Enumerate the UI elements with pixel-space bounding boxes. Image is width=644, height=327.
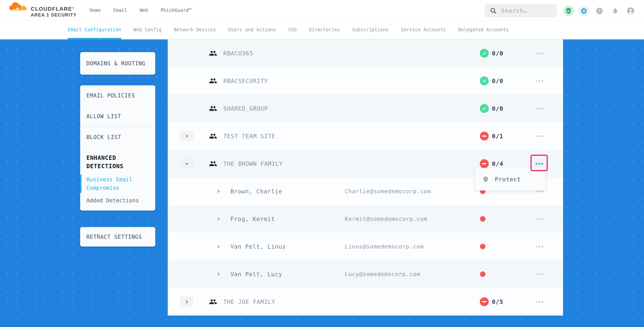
- row-menu-button[interactable]: [534, 131, 545, 142]
- table-row: TEST TEAM SITE 0/1: [168, 122, 563, 150]
- menu-item-protect[interactable]: Protect: [475, 168, 546, 190]
- status-unprotected-badge: [480, 159, 489, 168]
- nav-web[interactable]: Web: [140, 7, 148, 13]
- account-button[interactable]: [625, 5, 636, 16]
- page: CLOUDFLARE® AREA 1 SECURITY Home Email W…: [0, 0, 644, 327]
- member-email: Lucy@somedemocorp.com: [345, 271, 420, 278]
- tab-directories[interactable]: Directories: [309, 27, 340, 39]
- group-name: THE JOE FAMILY: [223, 299, 275, 305]
- search-icon: [490, 7, 497, 14]
- status-protected-badge: [480, 76, 489, 85]
- sidebar-card-retract: RETRACT SETTINGS: [80, 227, 155, 247]
- tab-email-configuration[interactable]: Email Configuration: [68, 27, 121, 39]
- brand-name: CLOUDFLARE®: [31, 6, 74, 12]
- row-context-menu: Protect: [474, 168, 546, 191]
- expand-button[interactable]: [180, 297, 194, 307]
- row-menu-button-active[interactable]: [534, 158, 545, 169]
- svg-text:?: ?: [598, 9, 601, 13]
- avatar-icon: [627, 7, 634, 15]
- top-nav: Home Email Web PhishGuard™: [90, 0, 192, 20]
- tab-sso[interactable]: SSO: [288, 27, 296, 39]
- group-icon: [209, 298, 217, 306]
- row-menu-button[interactable]: [534, 214, 545, 224]
- row-menu-button[interactable]: [534, 296, 545, 307]
- table-row: THE JOE FAMILY 0/5: [168, 288, 563, 316]
- member-name: Van Pelt, Linus: [230, 243, 286, 250]
- menu-item-label: Protect: [495, 176, 521, 183]
- group-name: TEST TEAM SITE: [223, 133, 275, 140]
- cloudflare-logo-icon: [9, 1, 28, 13]
- group-name: RBACSECURITY: [223, 78, 268, 84]
- expand-button[interactable]: [180, 131, 194, 141]
- group-name: RBACO365: [223, 50, 253, 57]
- group-icon: [209, 160, 217, 168]
- status-flag-dot: [480, 271, 486, 277]
- nav-phishguard[interactable]: PhishGuard™: [160, 7, 192, 13]
- protection-count: 0/0: [492, 105, 503, 112]
- sidebar-item-email-policies[interactable]: EMAIL POLICIES: [80, 85, 155, 106]
- row-menu-button[interactable]: [534, 103, 545, 114]
- status-protected-badge: [480, 104, 489, 113]
- protection-count: 0/4: [492, 160, 503, 167]
- tab-web-config[interactable]: Web Config: [134, 27, 162, 39]
- tab-subscriptions[interactable]: Subscriptions: [352, 27, 389, 39]
- top-bar: CLOUDFLARE® AREA 1 SECURITY Home Email W…: [0, 0, 644, 20]
- status-unprotected-badge: [480, 297, 489, 306]
- group-name: THE BROWN FAMILY: [223, 160, 283, 167]
- sidebar-item-enhanced-detections[interactable]: ENHANCED DETECTIONS: [86, 154, 147, 170]
- row-menu-button[interactable]: [534, 241, 545, 252]
- sidebar-item-added-detections[interactable]: Added Detections: [86, 196, 150, 205]
- member-name: Brown, Charlie: [230, 188, 282, 195]
- protection-count: 0/0: [492, 50, 503, 57]
- bell-icon: [612, 7, 619, 14]
- sidebar-section-enhanced-detections: ENHANCED DETECTIONS Business Email Compr…: [80, 148, 155, 211]
- sidebar-item-allow-list[interactable]: ALLOW LIST: [80, 106, 155, 127]
- registered-mark: ®: [72, 6, 74, 9]
- sidebar-card-domains: DOMAINS & ROUTING: [80, 52, 155, 75]
- protection-count: 0/1: [492, 133, 503, 140]
- security-status-button[interactable]: [563, 5, 574, 16]
- notifications-button[interactable]: [610, 5, 621, 16]
- sidebar-item-business-email-compromise[interactable]: Business Email Compromise: [86, 175, 135, 192]
- table-row: RBACO365 0/0: [168, 39, 563, 67]
- sidebar-item-domains-routing[interactable]: DOMAINS & ROUTING: [80, 52, 155, 75]
- brand-subtitle: AREA 1 SECURITY: [31, 12, 77, 18]
- nav-home[interactable]: Home: [90, 7, 101, 13]
- group-icon: [209, 132, 217, 140]
- tab-service-accounts[interactable]: Service Accounts: [401, 27, 446, 39]
- member-email: Linus@somedemocorp.com: [345, 243, 424, 250]
- group-icon: [209, 104, 217, 113]
- group-name: SHARED_GROUP: [223, 105, 268, 112]
- row-menu-button[interactable]: [534, 75, 545, 86]
- tab-network-devices[interactable]: Network Devices: [174, 27, 216, 39]
- status-flag-dot: [480, 216, 486, 222]
- protection-count: 0/0: [492, 77, 503, 84]
- status-protected-badge: [480, 49, 489, 58]
- sidebar-item-retract-settings[interactable]: RETRACT SETTINGS: [80, 227, 155, 247]
- member-email: Charlie@somedemocorp.com: [345, 188, 431, 195]
- search-input[interactable]: [501, 7, 554, 14]
- tab-users-and-actions[interactable]: Users and Actions: [228, 27, 276, 39]
- table-row: RBACSECURITY 0/0: [168, 67, 563, 95]
- sidebar-item-block-list[interactable]: BLOCK LIST: [80, 127, 155, 148]
- collapse-button[interactable]: [180, 159, 194, 169]
- member-email: Kermit@somedemocorp.com: [345, 216, 428, 222]
- help-button[interactable]: ?: [594, 5, 605, 16]
- tab-delegated-accounts[interactable]: Delegated Accounts: [458, 27, 509, 39]
- row-menu-button[interactable]: [534, 269, 545, 280]
- nav-email[interactable]: Email: [113, 7, 127, 13]
- table-row-member: Frog, Kermit Kermit@somedemocorp.com: [168, 205, 563, 233]
- section-tabs-bar: Email Configuration Web Config Network D…: [0, 20, 644, 39]
- group-icon: [209, 49, 217, 57]
- table-row-member: Van Pelt, Lucy Lucy@somedemocorp.com: [168, 260, 563, 288]
- member-chevron-icon[interactable]: [217, 272, 220, 276]
- question-mark-icon: ?: [596, 7, 603, 14]
- member-chevron-icon[interactable]: [217, 217, 220, 221]
- search-box[interactable]: [485, 4, 557, 17]
- settings-button[interactable]: [578, 5, 589, 16]
- row-menu-button[interactable]: [534, 48, 545, 59]
- member-chevron-icon[interactable]: [217, 245, 220, 248]
- table-row-member: Van Pelt, Linus Linus@somedemocorp.com: [168, 233, 563, 260]
- group-icon: [209, 77, 217, 85]
- member-chevron-icon[interactable]: [217, 190, 220, 193]
